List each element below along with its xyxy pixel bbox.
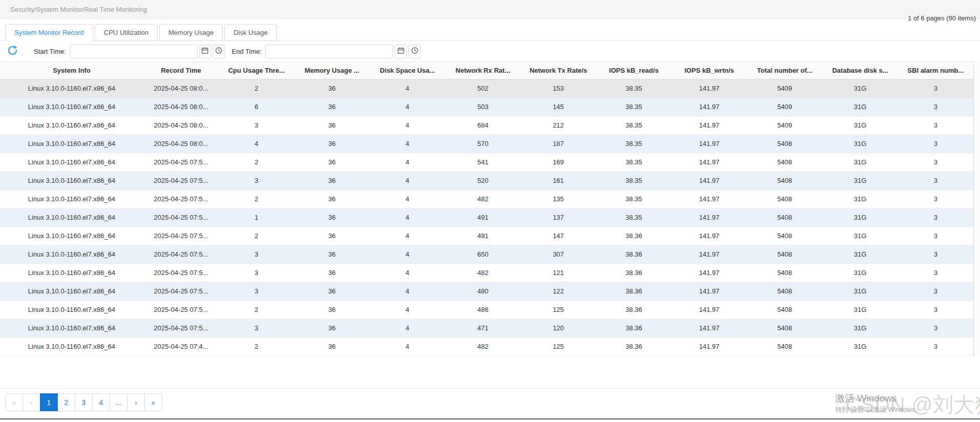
table-cell: 3 <box>219 172 294 190</box>
table-row[interactable]: Linux 3.10.0-1160.el7.x86_642025-04-25 0… <box>0 282 973 301</box>
column-header[interactable]: Network Rx Rat... <box>445 61 520 79</box>
first-page-button[interactable]: « <box>5 393 23 411</box>
column-header[interactable]: System Info <box>0 61 143 79</box>
table-row[interactable]: Linux 3.10.0-1160.el7.x86_642025-04-25 0… <box>0 79 973 98</box>
table-cell: 141.97 <box>671 98 747 116</box>
tab-memory-usage[interactable]: Memory Usage <box>159 24 223 41</box>
table-cell: 147 <box>520 227 596 245</box>
table-cell: 3 <box>898 135 973 153</box>
end-date-picker-button[interactable] <box>395 45 407 58</box>
table-cell: 5408 <box>747 172 822 190</box>
table-row[interactable]: Linux 3.10.0-1160.el7.x86_642025-04-25 0… <box>0 190 973 208</box>
column-header[interactable]: Disk Space Usa... <box>369 61 445 79</box>
prev-page-button[interactable]: ‹ <box>23 393 40 411</box>
start-date-picker-button[interactable] <box>199 45 211 58</box>
table-row[interactable]: Linux 3.10.0-1160.el7.x86_642025-04-25 0… <box>0 153 973 172</box>
table-cell: 3 <box>898 282 973 301</box>
table-row[interactable]: Linux 3.10.0-1160.el7.x86_642025-04-25 0… <box>0 172 973 190</box>
table-cell: 3 <box>898 153 973 172</box>
end-time-input[interactable] <box>265 45 393 58</box>
start-time-picker-button[interactable] <box>213 45 225 58</box>
table-cell: 5408 <box>747 208 822 227</box>
table-cell: 38.35 <box>596 153 671 172</box>
table-cell: 38.35 <box>596 190 671 208</box>
table-cell: 141.97 <box>671 208 747 227</box>
calendar-icon <box>397 47 405 56</box>
table-cell: 480 <box>445 282 520 301</box>
next-page-button[interactable]: › <box>127 393 145 411</box>
table-cell: 38.35 <box>596 79 671 98</box>
table-cell: 2025-04-25 07:5... <box>143 301 219 319</box>
table-cell: 169 <box>520 153 596 172</box>
table-cell: 5408 <box>747 264 822 282</box>
table-row[interactable]: Linux 3.10.0-1160.el7.x86_642025-04-25 0… <box>0 208 973 227</box>
column-header[interactable]: Database disk s... <box>822 61 898 79</box>
vertical-scrollbar[interactable] <box>973 61 980 356</box>
table-cell: 4 <box>369 79 445 98</box>
tab-disk-usage[interactable]: Disk Usage <box>224 24 276 41</box>
table-row[interactable]: Linux 3.10.0-1160.el7.x86_642025-04-25 0… <box>0 116 973 135</box>
table-cell: 3 <box>219 264 294 282</box>
table-cell: 3 <box>898 227 973 245</box>
more-pages-button[interactable]: ... <box>110 393 127 411</box>
table-cell: 4 <box>369 301 445 319</box>
table-row[interactable]: Linux 3.10.0-1160.el7.x86_642025-04-25 0… <box>0 98 973 116</box>
breadcrumb: Security/System Monitor/Real Time Monito… <box>10 6 147 13</box>
table-cell: 5409 <box>747 79 822 98</box>
table-cell: 31G <box>822 172 898 190</box>
table-cell: 5408 <box>747 153 822 172</box>
last-page-button[interactable]: » <box>144 393 162 411</box>
column-header[interactable]: Total number of... <box>747 61 822 79</box>
table-cell: 3 <box>898 172 973 190</box>
column-header[interactable]: Record Time <box>143 61 219 79</box>
table-cell: 3 <box>898 98 973 116</box>
table-cell: 38.36 <box>596 264 671 282</box>
table-cell: 36 <box>294 116 369 135</box>
tab-cpu-utilization[interactable]: CPU Utilization <box>95 24 158 41</box>
table-cell: 141.97 <box>671 264 747 282</box>
table-row[interactable]: Linux 3.10.0-1160.el7.x86_642025-04-25 0… <box>0 301 973 319</box>
column-header[interactable]: Memory Usage ... <box>294 61 369 79</box>
page-3-button[interactable]: 3 <box>75 393 93 411</box>
column-header[interactable]: Network Tx Rate/s <box>520 61 596 79</box>
table-row[interactable]: Linux 3.10.0-1160.el7.x86_642025-04-25 0… <box>0 135 973 153</box>
column-header[interactable]: SBI alarm numb... <box>898 61 973 79</box>
page-2-button[interactable]: 2 <box>57 393 75 411</box>
table-cell: 122 <box>520 282 596 301</box>
table-cell: Linux 3.10.0-1160.el7.x86_64 <box>0 116 143 135</box>
table-cell: 4 <box>369 153 445 172</box>
bottom-divider <box>0 418 980 419</box>
table-cell: 2025-04-25 07:5... <box>143 245 219 264</box>
calendar-icon <box>201 47 209 56</box>
table-row[interactable]: Linux 3.10.0-1160.el7.x86_642025-04-25 0… <box>0 245 973 264</box>
table-cell: 38.35 <box>596 98 671 116</box>
tab-system-monitor-record[interactable]: System Monitor Record <box>5 24 93 41</box>
table-cell: 2 <box>219 190 294 208</box>
table-row[interactable]: Linux 3.10.0-1160.el7.x86_642025-04-25 0… <box>0 227 973 245</box>
table-cell: 5408 <box>747 282 822 301</box>
refresh-button[interactable] <box>7 45 18 58</box>
page-1-button[interactable]: 1 <box>40 393 58 411</box>
table-row[interactable]: Linux 3.10.0-1160.el7.x86_642025-04-25 0… <box>0 337 973 356</box>
table-cell: 2025-04-25 07:5... <box>143 208 219 227</box>
table-cell: 125 <box>520 301 596 319</box>
table-cell: 36 <box>294 282 369 301</box>
table-cell: 31G <box>822 116 898 135</box>
table-cell: 141.97 <box>671 79 747 98</box>
table-cell: 5408 <box>747 190 822 208</box>
table-cell: 1 <box>219 208 294 227</box>
page-4-button[interactable]: 4 <box>92 393 110 411</box>
table-row[interactable]: Linux 3.10.0-1160.el7.x86_642025-04-25 0… <box>0 319 973 337</box>
start-time-input[interactable] <box>70 45 198 58</box>
table-cell: 4 <box>369 98 445 116</box>
column-header[interactable]: IOPS kB_read/s <box>596 61 671 79</box>
table-cell: 4 <box>369 264 445 282</box>
table-cell: 4 <box>369 227 445 245</box>
column-header[interactable]: Cpu Usage Thre... <box>219 61 294 79</box>
end-time-picker-button[interactable] <box>408 45 421 58</box>
column-header[interactable]: IOPS kB_wrtn/s <box>671 61 747 79</box>
table-row[interactable]: Linux 3.10.0-1160.el7.x86_642025-04-25 0… <box>0 264 973 282</box>
table-cell: 141.97 <box>671 319 747 337</box>
table-cell: 503 <box>445 98 520 116</box>
table-cell: 2025-04-25 07:5... <box>143 227 219 245</box>
